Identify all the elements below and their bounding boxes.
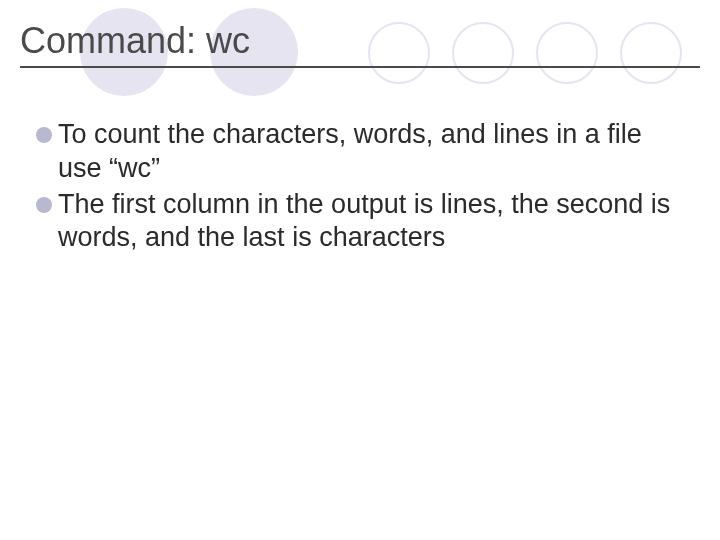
bullet-icon	[36, 127, 52, 143]
list-item: To count the characters, words, and line…	[36, 118, 680, 186]
slide-title: Command: wc	[20, 20, 700, 62]
title-underline	[20, 66, 700, 68]
slide-body: To count the characters, words, and line…	[36, 118, 680, 257]
bullet-text: The first column in the output is lines,…	[58, 188, 680, 256]
bullet-icon	[36, 197, 52, 213]
title-area: Command: wc	[20, 20, 700, 68]
bullet-text: To count the characters, words, and line…	[58, 118, 680, 186]
list-item: The first column in the output is lines,…	[36, 188, 680, 256]
